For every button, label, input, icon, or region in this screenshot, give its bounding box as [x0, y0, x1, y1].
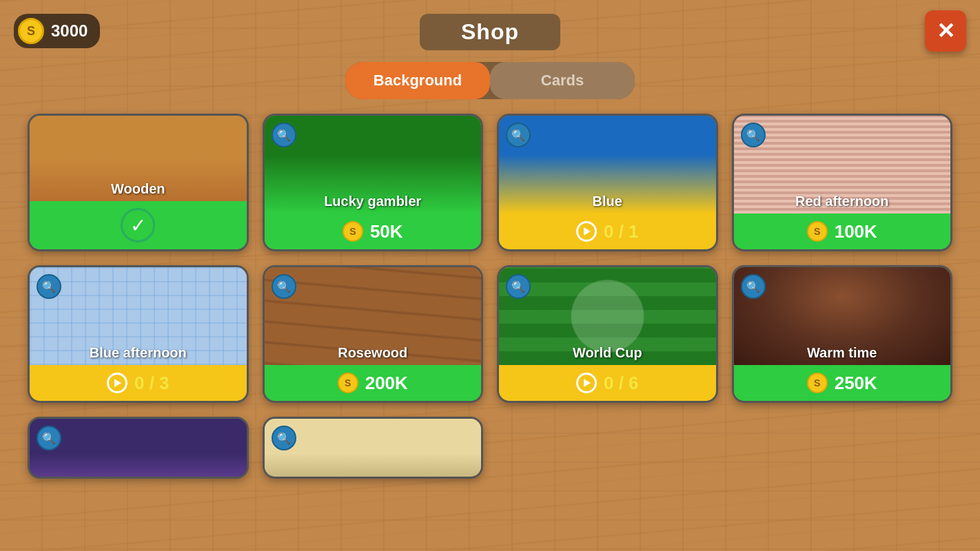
- item-worldcup-label: World Cup: [499, 341, 716, 365]
- price-coin-icon: S: [343, 221, 363, 242]
- item-partial-2-preview: [265, 419, 482, 477]
- items-grid: Wooden ✓ Lucky gambler S 50K Blue 0 / 1: [28, 114, 952, 492]
- item-blue-afternoon-label: Blue afternoon: [30, 341, 247, 365]
- item-rosewood-preview: Rosewood: [265, 267, 482, 365]
- item-lucky-label: Lucky gambler: [265, 189, 482, 214]
- magnifier-icon-warmtime[interactable]: [741, 274, 766, 299]
- item-blue-price-bar: 0 / 1: [499, 214, 716, 249]
- magnifier-icon-blue-afternoon[interactable]: [37, 274, 61, 299]
- item-blue-afternoon-price-bar: 0 / 3: [30, 365, 247, 401]
- magnifier-icon-partial-2[interactable]: [272, 426, 296, 450]
- item-partial-1-preview: [30, 419, 247, 477]
- coin-amount: 3000: [51, 21, 88, 41]
- selected-checkmark: ✓: [121, 208, 155, 242]
- item-partial-2[interactable]: [263, 417, 484, 479]
- tab-cards[interactable]: Cards: [490, 62, 635, 99]
- item-blue-preview: Blue: [499, 116, 716, 214]
- item-red-preview: Red afternoon: [734, 116, 951, 214]
- item-worldcup-price-bar: 0 / 6: [499, 365, 716, 401]
- coin-display: S 3000: [14, 14, 100, 48]
- item-warm-time[interactable]: Warm time S 250K: [732, 265, 953, 403]
- item-blue-afternoon-price: 0 / 3: [134, 373, 170, 394]
- play-btn-blue: [576, 221, 597, 242]
- item-blue-label: Blue: [499, 189, 716, 214]
- item-lucky-price-bar: S 50K: [265, 214, 482, 249]
- magnifier-icon-partial-1[interactable]: [37, 426, 61, 450]
- item-blue-price: 0 / 1: [604, 221, 639, 242]
- item-rosewood[interactable]: Rosewood S 200K: [263, 265, 484, 403]
- shop-title: Shop: [461, 19, 519, 44]
- price-coin-icon-rosewood: S: [338, 373, 358, 393]
- item-rosewood-label: Rosewood: [265, 341, 482, 365]
- price-coin-icon-red: S: [807, 221, 828, 242]
- item-wooden-label: Wooden: [30, 177, 247, 201]
- magnifier-icon[interactable]: [272, 123, 296, 147]
- item-red-label: Red afternoon: [734, 189, 951, 214]
- item-rosewood-price: 200K: [365, 373, 408, 394]
- item-red-price: 100K: [835, 221, 877, 242]
- item-lucky-gambler[interactable]: Lucky gambler S 50K: [263, 114, 484, 251]
- shop-title-bar: Shop: [420, 14, 560, 50]
- coin-icon: S: [18, 18, 44, 44]
- play-btn-worldcup: [576, 373, 597, 393]
- magnifier-icon-blue[interactable]: [506, 123, 531, 147]
- item-warmtime-price-bar: S 250K: [734, 365, 951, 401]
- item-rosewood-price-bar: S 200K: [265, 365, 482, 401]
- item-wooden-price-bar: ✓: [30, 201, 247, 249]
- item-blue[interactable]: Blue 0 / 1: [497, 114, 718, 251]
- item-wooden[interactable]: Wooden ✓: [28, 114, 249, 251]
- item-lucky-preview: Lucky gambler: [265, 116, 482, 214]
- close-button[interactable]: [925, 10, 966, 52]
- play-btn-blue-afternoon: [107, 373, 127, 393]
- item-wooden-preview: Wooden: [30, 116, 247, 201]
- item-world-cup[interactable]: World Cup 0 / 6: [497, 265, 718, 403]
- item-warmtime-label: Warm time: [734, 341, 951, 365]
- magnifier-icon-rosewood[interactable]: [272, 274, 296, 299]
- tabs-container: Background Cards: [345, 62, 635, 99]
- magnifier-icon-worldcup[interactable]: [506, 274, 531, 299]
- item-worldcup-price: 0 / 6: [604, 373, 639, 394]
- item-blue-afternoon[interactable]: Blue afternoon 0 / 3: [28, 265, 249, 403]
- tab-background[interactable]: Background: [345, 62, 490, 99]
- item-warmtime-preview: Warm time: [734, 267, 951, 365]
- magnifier-icon-red[interactable]: [741, 123, 766, 147]
- item-red-afternoon[interactable]: Red afternoon S 100K: [732, 114, 953, 251]
- item-worldcup-preview: World Cup: [499, 267, 716, 365]
- price-coin-icon-warmtime: S: [807, 373, 828, 393]
- item-partial-1[interactable]: [28, 417, 249, 479]
- item-red-price-bar: S 100K: [734, 214, 951, 249]
- item-lucky-price: 50K: [370, 221, 403, 242]
- item-warmtime-price: 250K: [835, 373, 877, 394]
- item-blue-afternoon-preview: Blue afternoon: [30, 267, 247, 365]
